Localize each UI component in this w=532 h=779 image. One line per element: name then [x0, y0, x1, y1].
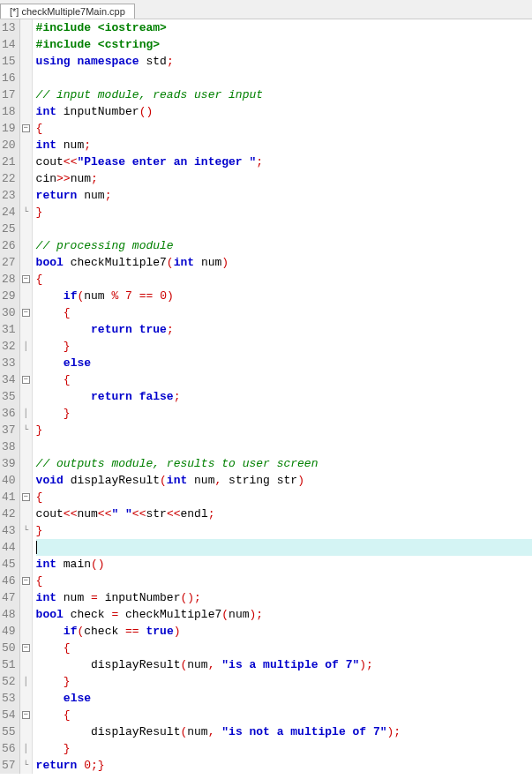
fold-marker[interactable]: − [20, 271, 32, 288]
code-line[interactable]: displayResult(num, "is not a multiple of… [36, 723, 532, 740]
code-line[interactable]: return num; [36, 187, 532, 204]
fold-marker[interactable]: − [20, 640, 32, 656]
fold-marker[interactable]: − [20, 120, 32, 137]
code-line[interactable]: { [36, 489, 532, 506]
fold-marker[interactable] [20, 539, 32, 556]
fold-marker[interactable]: └ [20, 204, 32, 221]
fold-marker[interactable] [20, 36, 32, 53]
fold-marker[interactable] [20, 589, 32, 606]
fold-toggle-icon[interactable]: − [22, 711, 30, 719]
code-line[interactable]: } [36, 673, 532, 690]
fold-marker[interactable] [20, 355, 32, 371]
code-line[interactable]: cout<<"Please enter an integer "; [36, 154, 532, 170]
fold-marker[interactable]: − [20, 304, 32, 321]
fold-toggle-icon[interactable]: − [22, 577, 30, 585]
code-line[interactable]: else [36, 690, 532, 707]
code-line[interactable]: // outputs module, results to user scree… [36, 455, 532, 472]
fold-marker[interactable] [20, 70, 32, 86]
fold-marker[interactable]: └ [20, 422, 32, 438]
fold-marker[interactable]: │ [20, 740, 32, 757]
code-line[interactable]: int num; [36, 137, 532, 154]
code-line[interactable]: return 0;} [36, 757, 532, 774]
fold-marker[interactable] [20, 690, 32, 707]
fold-marker[interactable] [20, 606, 32, 623]
fold-toggle-icon[interactable]: − [22, 376, 30, 384]
fold-marker[interactable] [20, 438, 32, 455]
fold-toggle-icon[interactable]: − [22, 124, 30, 132]
code-line[interactable]: } [36, 522, 532, 539]
fold-toggle-icon[interactable]: − [22, 309, 30, 317]
code-line[interactable] [36, 221, 532, 237]
code-line[interactable]: #include <cstring> [36, 36, 532, 53]
code-line[interactable]: } [36, 338, 532, 355]
fold-marker[interactable] [20, 723, 32, 740]
code-line[interactable]: } [36, 204, 532, 221]
code-line[interactable]: int num = inputNumber(); [36, 589, 532, 606]
code-line[interactable]: if(num % 7 == 0) [36, 288, 532, 304]
code-line[interactable]: using namespace std; [36, 53, 532, 70]
fold-marker[interactable]: │ [20, 405, 32, 422]
fold-marker[interactable] [20, 388, 32, 405]
code-line[interactable]: { [36, 573, 532, 589]
fold-marker[interactable] [20, 154, 32, 170]
fold-marker[interactable] [20, 472, 32, 489]
fold-marker[interactable] [20, 170, 32, 187]
code-line[interactable]: return true; [36, 321, 532, 338]
code-line[interactable]: { [36, 271, 532, 288]
fold-marker[interactable]: − [20, 707, 32, 723]
code-line[interactable]: cin>>num; [36, 170, 532, 187]
fold-marker[interactable]: └ [20, 522, 32, 539]
file-tab[interactable]: [*] checkMultiple7Main.cpp [0, 4, 135, 19]
code-line[interactable]: bool checkMultiple7(int num) [36, 254, 532, 271]
fold-toggle-icon[interactable]: − [22, 493, 30, 501]
fold-marker[interactable] [20, 187, 32, 204]
fold-marker[interactable] [20, 237, 32, 254]
fold-marker[interactable]: └ [20, 757, 32, 774]
fold-marker[interactable] [20, 656, 32, 673]
code-line[interactable]: cout<<num<<" "<<str<<endl; [36, 506, 532, 522]
fold-toggle-icon[interactable]: − [22, 644, 30, 652]
fold-marker[interactable]: − [20, 371, 32, 388]
code-line[interactable]: { [36, 371, 532, 388]
code-line[interactable] [36, 70, 532, 86]
fold-marker[interactable]: − [20, 489, 32, 506]
code-editor[interactable]: 1314151617181920212223242526272829303132… [0, 19, 532, 774]
code-line[interactable]: bool check = checkMultiple7(num); [36, 606, 532, 623]
fold-marker[interactable] [20, 623, 32, 640]
fold-toggle-icon[interactable]: − [22, 275, 30, 283]
code-line[interactable]: int main() [36, 556, 532, 573]
code-line[interactable]: } [36, 740, 532, 757]
fold-marker[interactable] [20, 137, 32, 154]
fold-column[interactable]: −└−−│−│└−└−−│−│└ [20, 19, 33, 774]
code-line[interactable]: #include <iostream> [36, 19, 532, 36]
fold-marker[interactable] [20, 86, 32, 103]
fold-marker[interactable] [20, 506, 32, 522]
code-line[interactable]: } [36, 405, 532, 422]
fold-marker[interactable] [20, 288, 32, 304]
fold-marker[interactable] [20, 321, 32, 338]
code-line[interactable]: { [36, 304, 532, 321]
code-line[interactable]: void displayResult(int num, string str) [36, 472, 532, 489]
code-line[interactable]: { [36, 707, 532, 723]
fold-marker[interactable]: − [20, 573, 32, 589]
code-line[interactable]: { [36, 120, 532, 137]
fold-marker[interactable] [20, 221, 32, 237]
fold-marker[interactable]: │ [20, 338, 32, 355]
code-line[interactable] [36, 438, 532, 455]
code-line[interactable]: if(check == true) [36, 623, 532, 640]
fold-marker[interactable] [20, 103, 32, 120]
fold-marker[interactable] [20, 455, 32, 472]
fold-marker[interactable]: │ [20, 673, 32, 690]
fold-marker[interactable] [20, 53, 32, 70]
code-line[interactable]: int inputNumber() [36, 103, 532, 120]
code-area[interactable]: #include <iostream>#include <cstring>usi… [33, 19, 532, 774]
code-line[interactable]: } [36, 422, 532, 438]
code-line[interactable]: else [36, 355, 532, 371]
code-line[interactable]: // input module, reads user input [36, 86, 532, 103]
code-line[interactable]: // processing module [36, 237, 532, 254]
fold-marker[interactable] [20, 556, 32, 573]
code-line[interactable]: displayResult(num, "is a multiple of 7")… [36, 656, 532, 673]
code-line[interactable] [36, 539, 532, 556]
fold-marker[interactable] [20, 19, 32, 36]
code-line[interactable]: return false; [36, 388, 532, 405]
